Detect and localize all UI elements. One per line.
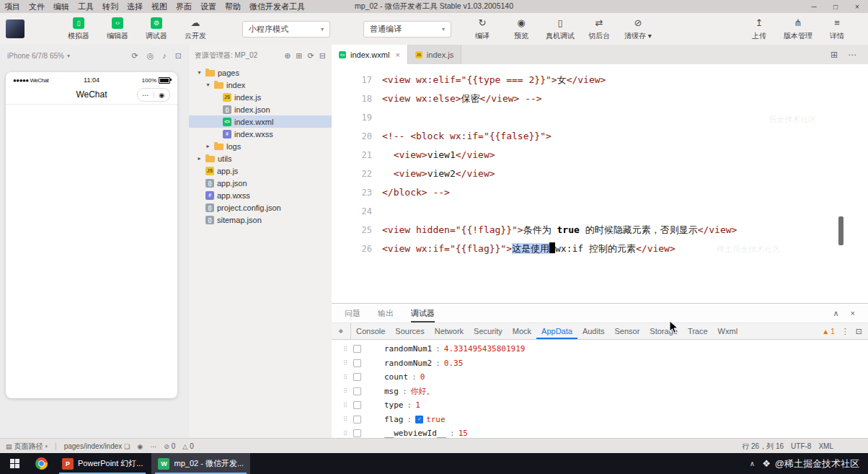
drag-handle-icon[interactable]: ⠿ xyxy=(343,359,353,367)
chevron-right-icon[interactable]: ▸ xyxy=(205,143,211,149)
compile-mode-select[interactable]: 普通编译 ▾ xyxy=(363,21,451,38)
details-button[interactable]: ≡详情 xyxy=(818,17,856,41)
exit-icon[interactable]: ◉ xyxy=(154,92,170,99)
menu-item[interactable]: 工具 xyxy=(74,1,98,12)
tree-item[interactable]: ▸logs xyxy=(189,140,332,152)
rotate-icon[interactable]: ⟳ xyxy=(131,51,138,61)
tree-item[interactable]: <>index.wxml xyxy=(189,115,332,128)
code-editor[interactable]: 17<view wx:elif="{{type === 2}}">女</view… xyxy=(332,64,868,310)
drag-handle-icon[interactable]: ⠿ xyxy=(343,402,353,409)
clear-cache-button[interactable]: ⊘清缓存 ▾ xyxy=(619,17,657,41)
warning-badge[interactable]: ▲ 1 xyxy=(822,328,834,335)
editor-scrollbar[interactable] xyxy=(838,216,843,245)
close-panel-icon[interactable]: × xyxy=(851,309,855,318)
drag-handle-icon[interactable]: ⠿ xyxy=(343,416,353,423)
devtools-tab-sources[interactable]: Sources xyxy=(390,323,429,339)
version-manage-button[interactable]: ⋔版本管理 xyxy=(779,17,818,41)
cloud-dev-button[interactable]: ☁云开发 xyxy=(176,17,215,41)
new-file-icon[interactable]: ⊕ xyxy=(284,51,291,61)
preview-button[interactable]: ◉预览 xyxy=(502,17,541,41)
row-checkbox[interactable] xyxy=(353,373,361,381)
editor-tab-index.js[interactable]: JSindex.js xyxy=(408,45,461,64)
panel-tab-调试器[interactable]: 调试器 xyxy=(411,304,435,322)
row-checkbox[interactable] xyxy=(353,359,361,367)
devtools-tab-storage[interactable]: Storage xyxy=(645,323,683,339)
status-more[interactable]: ⋯ xyxy=(150,443,156,450)
tree-item[interactable]: JSapp.js xyxy=(189,164,332,177)
drag-handle-icon[interactable]: ⠿ xyxy=(343,346,353,353)
tree-item[interactable]: ▾pages xyxy=(189,66,332,79)
inspect-icon[interactable]: ⌖ xyxy=(332,323,351,339)
collapse-all-icon[interactable]: ⊟ xyxy=(319,51,326,61)
upload-button[interactable]: ↥上传 xyxy=(740,17,779,41)
devtools-tab-trace[interactable]: Trace xyxy=(683,323,713,339)
devtools-more-icon[interactable]: ⋮ xyxy=(841,327,849,336)
row-checkbox[interactable] xyxy=(353,387,361,395)
close-button[interactable]: × xyxy=(846,3,868,11)
row-checkbox[interactable] xyxy=(353,401,361,409)
devtools-tab-mock[interactable]: Mock xyxy=(508,323,536,339)
tree-item[interactable]: #index.wxss xyxy=(189,128,332,140)
new-folder-icon[interactable]: ⊞ xyxy=(296,51,302,61)
encoding[interactable]: UTF-8 xyxy=(791,442,811,450)
chevron-down-icon[interactable]: ▾ xyxy=(196,69,203,76)
devtools-tab-security[interactable]: Security xyxy=(469,323,508,339)
tree-item[interactable]: #app.wxss xyxy=(189,189,332,201)
panel-tab-输出[interactable]: 输出 xyxy=(378,304,394,322)
editor-button[interactable]: ‹›编辑器 xyxy=(98,17,137,41)
tree-item[interactable]: ▸utils xyxy=(189,152,332,164)
devtools-tab-audits[interactable]: Audits xyxy=(577,323,610,339)
screenshot-icon[interactable]: ⊡ xyxy=(175,51,182,61)
refresh-icon[interactable]: ⟳ xyxy=(308,51,314,61)
menu-item[interactable]: 文件 xyxy=(25,1,49,12)
taskbar-powerpoint-button[interactable]: PPowerPoint 幻灯... xyxy=(56,453,149,474)
row-checkbox[interactable] xyxy=(353,416,361,423)
devtools-tab-network[interactable]: Network xyxy=(430,323,469,339)
error-count[interactable]: ⊘0 xyxy=(164,442,175,450)
menu-item[interactable]: 设置 xyxy=(196,1,221,12)
menu-item[interactable]: 帮助 xyxy=(221,1,245,12)
more-icon[interactable]: ⋯ xyxy=(138,92,154,99)
row-checkbox[interactable] xyxy=(353,429,361,437)
language-mode[interactable]: XML xyxy=(818,442,833,450)
page-path[interactable]: pages/index/index❏ xyxy=(64,442,130,450)
home-icon[interactable]: ◎ xyxy=(147,51,154,61)
editor-tab-index.wxml[interactable]: <>index.wxml× xyxy=(332,45,408,64)
maximize-button[interactable]: □ xyxy=(825,3,846,11)
menu-item[interactable]: 项目 xyxy=(0,1,25,12)
tray-chevron-icon[interactable]: ∧ xyxy=(750,460,755,468)
tree-item[interactable]: JSindex.js xyxy=(189,91,332,103)
user-avatar[interactable] xyxy=(6,19,25,38)
copy-icon[interactable]: ❏ xyxy=(124,443,130,450)
compile-button[interactable]: ↻编译 xyxy=(463,17,502,41)
menu-item[interactable]: 视图 xyxy=(147,1,172,12)
drag-handle-icon[interactable]: ⠿ xyxy=(343,374,353,381)
chevron-down-icon[interactable]: ▾ xyxy=(205,82,211,88)
tree-item[interactable]: ▾index xyxy=(189,79,332,91)
chrome-taskbar-button[interactable] xyxy=(29,453,53,474)
collapse-panel-icon[interactable]: ∧ xyxy=(833,309,839,318)
warning-count[interactable]: △0 xyxy=(182,442,193,450)
device-select[interactable]: iPhone 6/7/8 65% xyxy=(7,52,64,60)
capsule-menu[interactable]: ⋯ ◉ xyxy=(137,88,170,102)
sound-icon[interactable]: ♪ xyxy=(162,51,167,61)
more-actions-icon[interactable]: ⋯ xyxy=(848,50,856,60)
drag-handle-icon[interactable]: ⠿ xyxy=(343,430,353,437)
tree-item[interactable]: {}app.json xyxy=(189,177,332,189)
switch-background-button[interactable]: ⇄切后台 xyxy=(580,17,619,41)
menu-item[interactable]: 编辑 xyxy=(49,1,74,12)
page-path-mode[interactable]: ▤页面路径▾ xyxy=(6,442,48,452)
debugger-button[interactable]: ⚙调试器 xyxy=(137,17,176,41)
menu-item[interactable]: 转到 xyxy=(98,1,123,12)
minimize-button[interactable]: ─ xyxy=(803,3,825,11)
start-button[interactable] xyxy=(0,453,29,474)
devtools-dock-icon[interactable]: ⊡ xyxy=(856,327,862,336)
mode-select[interactable]: 小程序模式 ▾ xyxy=(242,21,330,38)
chevron-right-icon[interactable]: ▸ xyxy=(196,155,203,162)
simulator-button[interactable]: ▯模拟器 xyxy=(59,17,98,41)
cursor-position[interactable]: 行 26，列 16 xyxy=(742,442,784,452)
value-checkbox-checked[interactable]: ✓ xyxy=(415,416,423,423)
taskbar-wechat-devtools-button[interactable]: Wmp_02 - 微信开发... xyxy=(151,453,250,474)
devtools-tab-appdata[interactable]: AppData xyxy=(536,323,577,339)
tree-item[interactable]: {}project.config.json xyxy=(189,201,332,214)
